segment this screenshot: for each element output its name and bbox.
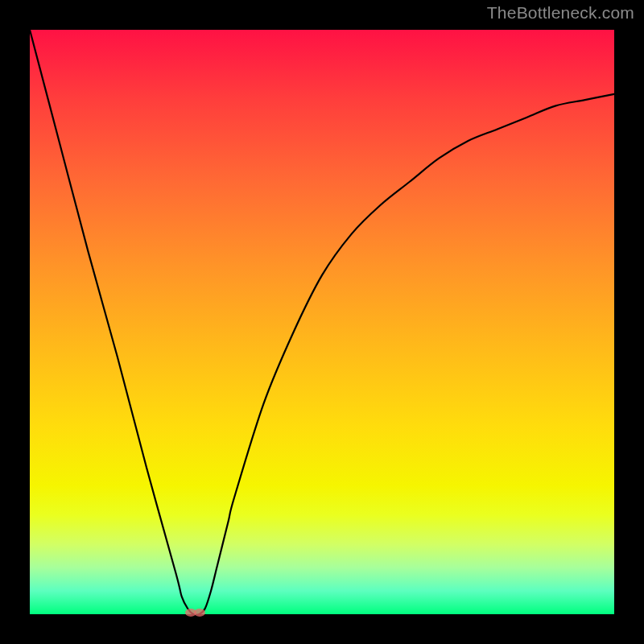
marker-b	[194, 609, 205, 617]
watermark-text: TheBottleneck.com	[487, 3, 634, 23]
chart-frame: TheBottleneck.com	[0, 0, 644, 644]
plot-area	[30, 30, 614, 614]
bottleneck-curve	[30, 30, 614, 614]
